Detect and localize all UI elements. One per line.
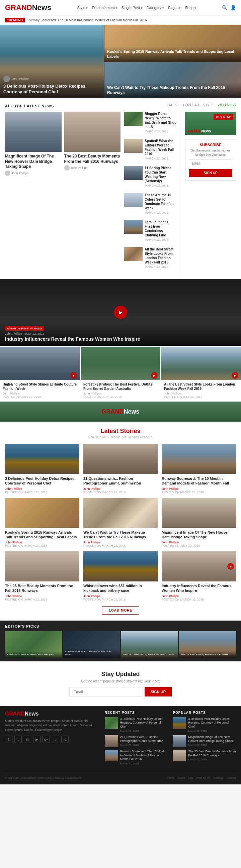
editor-card-1[interactable]: Runway Scorecard: Models of Fashion Mont… [63, 631, 120, 658]
story-4-title: We Can't Wait to Try These Makeup Trends… [83, 530, 158, 540]
main-article-0[interactable]: Magnificent Image Of The New Hoover Dam … [5, 112, 61, 274]
hero-side-top[interactable]: Kookai's Spring 2015 Runway Arrivals Tal… [104, 25, 241, 62]
story-3-title: Kookai's Spring 2015 Runway Arrivals Tal… [5, 530, 79, 540]
story-4-author: John Phillipe [83, 541, 101, 544]
play-icon-2[interactable]: ▶ [232, 372, 238, 379]
story-8[interactable]: ▶ Industry Influencers Reveal the Famous… [162, 551, 236, 601]
story-2-author: John Phillipe [162, 487, 179, 491]
stay-signup-button[interactable]: SIGN UP [144, 687, 172, 696]
sidebar-ad: BUY NOW GRANDNews [185, 112, 236, 135]
video-card-0[interactable]: ▶ High-End Street Style Shines at Haute … [0, 347, 80, 401]
hero-side-bottom[interactable]: We Can't Wait to Try These Makeup Trends… [104, 62, 241, 98]
play-icon-1[interactable]: ▶ [151, 372, 158, 379]
nav-shop[interactable]: Shop [185, 6, 196, 10]
story-4[interactable]: We Can't Wait to Try These Makeup Trends… [83, 498, 158, 548]
social-googleplus[interactable]: g+ [43, 736, 50, 743]
stay-updated-subtitle: Get the recent popular stories straight … [5, 679, 236, 683]
video-card-1-date: POSTED ON JULY 22, 2018 [83, 395, 122, 399]
author-avatar [3, 75, 10, 82]
footer-popular-2[interactable]: The 23 Best Beauty Moments From the Fall… [173, 750, 236, 761]
nav-style[interactable]: Style [77, 6, 88, 10]
footer-link-ads[interactable]: Ads [188, 776, 193, 779]
social-youtube[interactable]: ▶ [33, 736, 41, 743]
tab-style[interactable]: STYLE [203, 103, 214, 108]
user-icon[interactable]: 👤 [230, 5, 236, 10]
footer-recent-2[interactable]: Runway Scorecard: The 10 Most In-Demand … [105, 750, 168, 765]
subscribe-email-input[interactable] [189, 159, 232, 167]
list-item-4[interactable]: Zara Launches First-Ever Genderless Clot… [124, 220, 177, 244]
video-card-1-author: John Phillipe [83, 392, 101, 395]
story-7[interactable]: Whistleblower wins $51 million in kickba… [83, 551, 158, 601]
story-0[interactable]: 3 Delicious Post-Holiday Detox Recipes, … [5, 444, 79, 494]
story-7-title: Whistleblower wins $51 million in kickba… [83, 584, 158, 593]
nav-entertainment[interactable]: Entertainment [92, 6, 117, 10]
editor-card-3[interactable]: The 23 Best Beauty Moments Fall 2016 [179, 631, 236, 658]
load-more-button[interactable]: LOAD MORE [102, 606, 139, 615]
footer-link-sitemap[interactable]: Sitemap [214, 776, 223, 779]
editor-card-2[interactable]: We Can't Wait to Try These Makeup Trends [121, 631, 178, 658]
video-play-button[interactable]: ▶ [114, 306, 127, 319]
nav-pages[interactable]: Pages [168, 6, 181, 10]
logo[interactable]: GRANDNews [5, 3, 51, 12]
nav-category[interactable]: Category [146, 6, 164, 10]
subscribe-signup-button[interactable]: SIGN UP [189, 169, 232, 177]
editor-card-1-title: Runway Scorecard: Models of Fashion Mont… [64, 650, 118, 656]
footer-recent-1-date: March 22, 2018 [120, 744, 168, 747]
story-3[interactable]: Kookai's Spring 2015 Runway Arrivals Tal… [5, 498, 79, 548]
video-card-1-meta: John Phillipe POSTED ON JULY 22, 2018 [83, 392, 158, 399]
nav-single-post[interactable]: Single Post [121, 6, 142, 10]
hero-side-top-title: Kookai's Spring 2015 Runway Arrivals Tal… [107, 49, 238, 59]
footer-link-contact[interactable]: Contact [226, 776, 236, 779]
list-item-5-date: MARCH 22, 2018 [144, 265, 177, 269]
list-item-1[interactable]: Spotted! What the Editors Wore to Fashio… [124, 139, 177, 163]
social-instagram[interactable]: ig [61, 736, 69, 743]
footer-recent-0-title: 3 Delicious Post-Holiday Detox Recipes, … [120, 717, 168, 729]
buy-now-badge: BUY NOW [214, 114, 233, 120]
banner[interactable]: GRANDNews [0, 402, 241, 422]
social-pinterest[interactable]: p [52, 736, 59, 743]
list-item-2-date: MARCH 22, 2018 [144, 184, 177, 187]
tab-popular[interactable]: POPULAR [183, 103, 199, 108]
list-item-2-title: 11 Spring Pieces You Can Start Wearing N… [144, 166, 177, 183]
footer-popular-0[interactable]: 3 Delicious Post-Holiday Detox Recipes, … [173, 717, 236, 733]
social-twitter[interactable]: t [15, 736, 22, 743]
story-1[interactable]: 21 Questions with... Fashion Photographe… [83, 444, 158, 494]
list-item-1-title: Spotted! What the Editors Wore to Fashio… [144, 139, 177, 156]
tab-wellness[interactable]: WELLNESS [218, 103, 236, 108]
editor-card-3-title: The 23 Best Beauty Moments Fall 2016 [181, 653, 234, 656]
footer-recent-0[interactable]: 3 Delicious Post-Holiday Detox Recipes, … [105, 717, 168, 733]
stay-email-input[interactable] [69, 687, 143, 696]
list-item-5[interactable]: All the Best Street Style Looks From Lon… [124, 247, 177, 271]
video-card-1[interactable]: ▶ Forest Festivities: The Best Festival … [81, 347, 160, 401]
story-6[interactable]: The 23 Best Beauty Moments From the Fall… [5, 551, 79, 601]
footer-recent-1[interactable]: 21 Questions with... Fashion Photographe… [105, 735, 168, 747]
trending-badge: TRENDING [5, 18, 25, 22]
footer-popular-1[interactable]: Magnificent Image Of The New Hoover Dam … [173, 735, 236, 747]
social-facebook[interactable]: f [5, 736, 12, 743]
story-2[interactable]: Runway Scorecard: The 10 Most In-Demand … [162, 444, 236, 494]
stay-updated-section: Stay Updated Get the recent popular stor… [0, 662, 241, 705]
play-icon-0[interactable]: ▶ [70, 372, 77, 379]
footer-recent-0-date: March 22, 2018 [120, 730, 168, 733]
video-section: ▶ ENTERTAINMENT FASHION John Phillipe JU… [0, 279, 241, 346]
hero-main-article[interactable]: John Phillipe 3 Delicious Post-Holiday D… [0, 25, 104, 98]
story-8-date: POSTED ON MARCH 22, 2018 [162, 598, 204, 601]
story-5[interactable]: Magnificent Image Of The New Hoover Dam … [162, 498, 236, 548]
list-item-2[interactable]: 11 Spring Pieces You Can Start Wearing N… [124, 166, 177, 190]
story-0-title: 3 Delicious Post-Holiday Detox Recipes, … [5, 476, 79, 486]
story-8-play[interactable]: ▶ [227, 563, 234, 570]
footer-link-home[interactable]: Home [167, 776, 175, 779]
main-article-1[interactable]: The 23 Best Beauty Moments From the Fall… [64, 112, 121, 274]
video-card-2[interactable]: ▶ All the Best Street Style Looks From L… [161, 347, 241, 401]
footer-link-about[interactable]: About [178, 776, 185, 779]
footer-description: Mauris tincidunt accumsan est vel tempor… [5, 719, 100, 733]
list-item-0[interactable]: Blogger Runs Newly: Where to Eat, Drink … [124, 112, 177, 136]
list-item-3[interactable]: These Are the 10 Colors Set to Dominate … [124, 193, 177, 217]
tab-latest[interactable]: LATEST [167, 103, 179, 108]
social-linkedin[interactable]: in [24, 736, 31, 743]
main-article-0-author: John Phillipe [11, 172, 28, 175]
editor-card-0[interactable]: 3 Delicious Post-Holiday Detox Recipes [5, 631, 62, 658]
search-icon[interactable]: 🔍 [222, 5, 227, 10]
footer-link-write[interactable]: Write for Us [196, 776, 210, 779]
stay-updated-title: Stay Updated [5, 671, 236, 678]
